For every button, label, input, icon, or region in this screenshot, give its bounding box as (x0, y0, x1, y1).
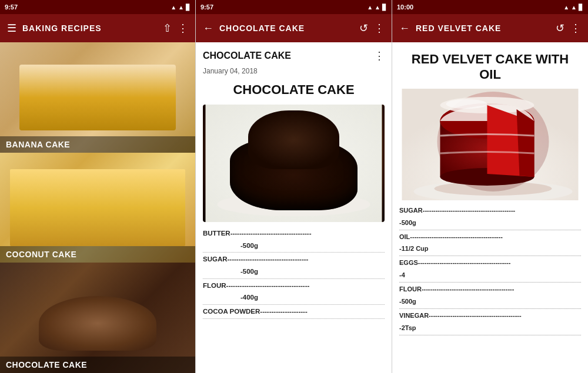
choc-main-title: CHOCOLATE CAKE (203, 82, 385, 98)
choc-cake-svg (203, 105, 385, 222)
red-velvet-content: RED VELVET CAKE WITH OIL (392, 42, 588, 373)
rv-image-container (399, 89, 581, 200)
toolbar-3: ← RED VELVET CAKE ↺ ⋮ (392, 14, 588, 42)
ingredient-sugar-choc: SUGAR-----------------------------------… (203, 253, 385, 278)
share-icon-1[interactable]: ⇧ (163, 22, 172, 35)
rv-cake-svg (399, 89, 581, 200)
list-item-chocolate-cupcake[interactable]: CHOCOLATE CAKE (0, 263, 195, 373)
status-bar-2: 9:57 ▲ ▲ ▊ (196, 0, 392, 14)
choc-content-title: CHOCOLATE CAKE (203, 51, 291, 61)
toolbar-title-1: BAKING RECIPES (22, 23, 157, 33)
battery-icon-3: ▊ (579, 4, 583, 11)
recipe-list: BANANA CAKE COCONUT CAKE CHOCOLATE CAKE (0, 42, 195, 373)
refresh-icon-3[interactable]: ↺ (556, 22, 564, 35)
toolbar-title-2: CHOCOLATE CAKE (219, 23, 353, 33)
back-icon-3[interactable]: ← (399, 22, 410, 35)
choc-ingredients: BUTTER----------------------------------… (203, 227, 385, 319)
panel-baking-recipes: 9:57 ▲ ▲ ▊ ☰ BAKING RECIPES ⇧ ⋮ BANANA C… (0, 0, 196, 373)
wifi-icon-2: ▲ (375, 4, 380, 11)
svg-point-2 (250, 194, 344, 209)
panel-chocolate-cake: 9:57 ▲ ▲ ▊ ← CHOCOLATE CAKE ↺ ⋮ CHOCOLAT… (196, 0, 392, 373)
wifi-icon: ▲ (178, 4, 184, 11)
signal-icon: ▲ (171, 4, 176, 11)
time-1: 9:57 (5, 4, 18, 11)
ingredient-flour-choc: FLOUR-----------------------------------… (203, 279, 385, 305)
toolbar-title-3: RED VELVET CAKE (416, 23, 550, 33)
rv-ingredients-list: SUGAR-----------------------------------… (399, 204, 581, 366)
svg-point-1 (218, 193, 370, 216)
choc-cake-image-container (203, 105, 385, 222)
time-2: 9:57 (201, 4, 213, 11)
status-icons-1: ▲ ▲ ▊ (171, 4, 191, 11)
ingredient-butter: BUTTER----------------------------------… (203, 227, 385, 253)
battery-icon-2: ▊ (382, 4, 387, 11)
status-bar-1: 9:57 ▲ ▲ ▊ (0, 0, 195, 14)
share-icon-choc[interactable]: ⋮ (374, 49, 385, 62)
svg-point-12 (446, 99, 487, 109)
list-item-coconut[interactable]: COCONUT CAKE (0, 153, 195, 263)
status-icons-2: ▲ ▲ ▊ (367, 4, 387, 11)
wifi-icon-3: ▲ (571, 4, 577, 11)
rv-ingredient-oil: OIL-------------------------------------… (399, 230, 581, 257)
ingredient-cocoa: COCOA POWDER--------------------- (203, 305, 385, 319)
list-item-banana[interactable]: BANANA CAKE (0, 42, 195, 153)
rv-ingredient-flour: FLOUR-----------------------------------… (399, 283, 581, 309)
signal-icon-3: ▲ (563, 4, 569, 11)
chocolate-cupcake-label: CHOCOLATE CAKE (0, 357, 195, 373)
refresh-icon-2[interactable]: ↺ (359, 22, 368, 35)
more-icon-1[interactable]: ⋮ (178, 22, 188, 35)
chocolate-cake-content: CHOCOLATE CAKE ⋮ January 04, 2018 CHOCOL… (196, 42, 392, 373)
more-icon-2[interactable]: ⋮ (374, 22, 385, 35)
coconut-cake-label: COCONUT CAKE (0, 246, 195, 263)
rv-ingredient-vinegar: VINEGAR---------------------------------… (399, 309, 581, 335)
time-3: 10:00 (397, 4, 413, 11)
back-icon-2[interactable]: ← (203, 22, 213, 35)
rv-main-title: RED VELVET CAKE WITH OIL (399, 52, 581, 83)
menu-icon[interactable]: ☰ (7, 22, 16, 35)
toolbar-1: ☰ BAKING RECIPES ⇧ ⋮ (0, 14, 195, 42)
signal-icon-2: ▲ (367, 4, 373, 11)
rv-ingredient-sugar: SUGAR-----------------------------------… (399, 204, 581, 230)
rv-ingredient-eggs: EGGS------------------------------------… (399, 256, 581, 283)
choc-date: January 04, 2018 (203, 67, 385, 75)
banana-cake-label: BANANA CAKE (0, 136, 195, 153)
toolbar-2: ← CHOCOLATE CAKE ↺ ⋮ (196, 14, 392, 42)
status-icons-3: ▲ ▲ ▊ (563, 4, 583, 11)
status-bar-3: 10:00 ▲ ▲ ▊ (392, 0, 588, 14)
panel-red-velvet-cake: 10:00 ▲ ▲ ▊ ← RED VELVET CAKE ↺ ⋮ RED VE… (392, 0, 588, 373)
battery-icon: ▊ (186, 4, 191, 11)
more-icon-3[interactable]: ⋮ (570, 22, 581, 35)
choc-cake-image (203, 105, 385, 222)
